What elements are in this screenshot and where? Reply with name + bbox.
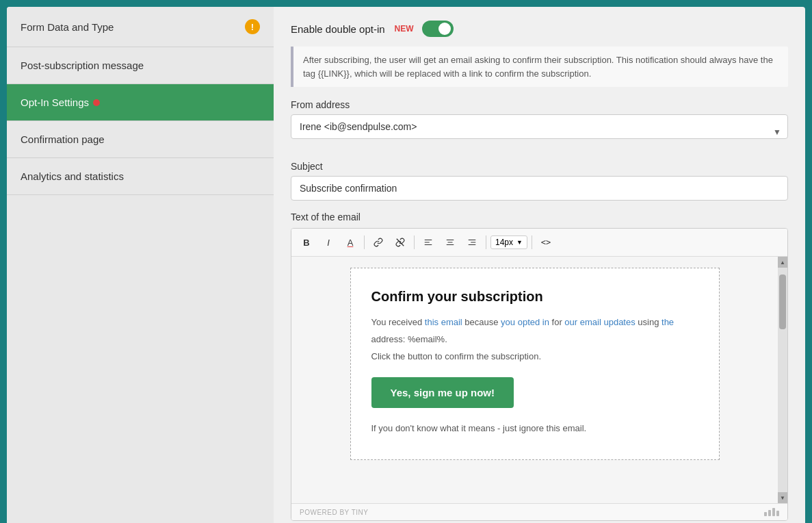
editor-content[interactable]: Confirm your subscription You received t… xyxy=(291,257,778,503)
optin-row: Enable double opt-in NEW xyxy=(291,21,788,37)
sidebar-item-confirmation-page[interactable]: Confirmation page xyxy=(7,121,274,158)
toolbar-divider-3 xyxy=(486,235,486,249)
bold-button[interactable]: B xyxy=(297,233,316,252)
subject-input[interactable] xyxy=(291,176,788,201)
powered-by-bar: POWERED BY TINY xyxy=(291,503,787,520)
align-right-button[interactable] xyxy=(462,233,482,252)
toolbar-divider-1 xyxy=(364,235,365,249)
ignore-text: If you don't know what it means - just i… xyxy=(371,422,698,436)
main-content: Enable double opt-in NEW After subscribi… xyxy=(274,7,805,523)
chevron-down-small-icon: ▼ xyxy=(516,239,523,246)
sidebar-item-analytics[interactable]: Analytics and statistics xyxy=(7,158,274,195)
sidebar-item-form-data[interactable]: Form Data and Type ! xyxy=(7,7,274,47)
new-badge: NEW xyxy=(395,24,414,34)
font-color-button[interactable]: A xyxy=(341,233,360,252)
from-address-label: From address xyxy=(291,99,788,110)
email-body-3: Click the button to confirm the subscrip… xyxy=(371,350,698,364)
scrollbar-track[interactable]: ▲ ▼ xyxy=(778,257,787,503)
link-button[interactable] xyxy=(369,233,388,252)
scrollbar-down-button[interactable]: ▼ xyxy=(778,492,787,503)
toolbar-divider-4 xyxy=(532,235,532,249)
editor-content-wrapper: Confirm your subscription You received t… xyxy=(291,257,787,503)
sidebar: Form Data and Type ! Post-subscription m… xyxy=(7,7,274,523)
sidebar-item-opt-in-settings[interactable]: Opt-In Settings xyxy=(7,84,274,121)
toggle-thumb xyxy=(438,23,451,35)
powered-by-text: POWERED BY TINY xyxy=(300,509,368,516)
scrollbar-thumb[interactable] xyxy=(779,275,786,329)
toolbar-divider-2 xyxy=(414,235,415,249)
italic-button[interactable]: I xyxy=(319,233,338,252)
editor-toolbar: B I A xyxy=(291,229,787,257)
warning-icon: ! xyxy=(245,19,260,34)
email-body-2: address: %email%. xyxy=(371,333,698,347)
sidebar-item-post-subscription[interactable]: Post-subscription message xyxy=(7,47,274,84)
email-body-1: You received this email because you opte… xyxy=(371,316,698,330)
red-dot-indicator xyxy=(93,99,100,106)
subject-label: Subject xyxy=(291,161,788,172)
from-address-wrapper: Irene <ib@sendpulse.com> ▼ xyxy=(291,114,788,150)
sign-me-up-button[interactable]: Yes, sign me up now! xyxy=(371,377,514,408)
info-box: After subscribing, the user will get an … xyxy=(291,47,788,87)
align-left-button[interactable] xyxy=(419,233,438,252)
optin-toggle[interactable] xyxy=(422,21,454,37)
from-address-select[interactable]: Irene <ib@sendpulse.com> xyxy=(291,114,788,139)
email-text-label: Text of the email xyxy=(291,212,788,222)
scrollbar-up-button[interactable]: ▲ xyxy=(778,257,787,268)
font-size-select[interactable]: 14px ▼ xyxy=(490,235,527,249)
align-center-button[interactable] xyxy=(441,233,460,252)
email-preview: Confirm your subscription You received t… xyxy=(350,268,720,460)
bars-icon xyxy=(764,508,779,516)
optin-label: Enable double opt-in xyxy=(291,23,385,35)
code-button[interactable]: <> xyxy=(536,233,555,252)
email-editor: B I A xyxy=(291,228,788,521)
email-heading: Confirm your subscription xyxy=(371,289,698,305)
unlink-button[interactable] xyxy=(391,233,410,252)
scrollbar-thumb-area xyxy=(778,268,787,492)
